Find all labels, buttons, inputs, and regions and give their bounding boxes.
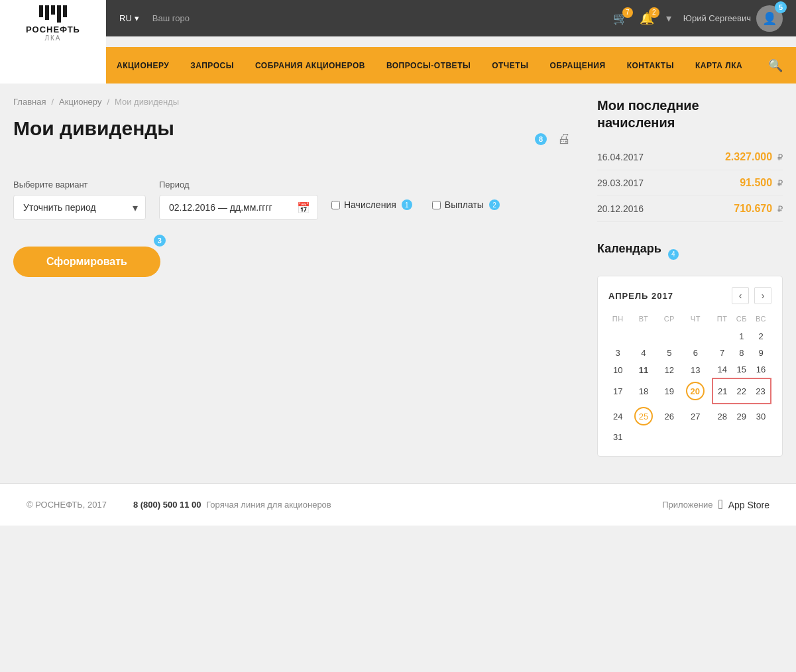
footer-app: Приложение  App Store xyxy=(662,497,769,512)
calendar-prev-button[interactable]: ‹ xyxy=(732,287,749,304)
calendar-day[interactable] xyxy=(660,429,679,445)
nav-obrashcheniya[interactable]: ОБРАЩЕНИЯ xyxy=(539,47,616,84)
weekday-vs: ВС xyxy=(751,312,771,328)
breadcrumb-parent[interactable]: Акционеру xyxy=(59,97,101,107)
calendar-day[interactable]: 17 xyxy=(608,378,627,404)
submit-button[interactable]: Сформировать xyxy=(13,247,160,277)
accrual-currency-2: ₽ xyxy=(777,204,783,214)
calendar-day[interactable] xyxy=(608,328,627,345)
breadcrumb-home[interactable]: Главная xyxy=(13,97,46,107)
variant-select[interactable]: Уточнить период xyxy=(13,195,146,220)
payments-checkbox[interactable] xyxy=(432,201,441,209)
accrual-currency-0: ₽ xyxy=(777,152,783,162)
calendar-icon[interactable]: 📅 xyxy=(297,201,310,214)
calendar-day[interactable]: 3 xyxy=(608,345,627,361)
accrual-amount-1: 91.500 xyxy=(740,177,772,188)
calendar-day[interactable]: 5 xyxy=(660,345,679,361)
calendar-day[interactable]: 13 xyxy=(679,361,712,378)
calendar-day[interactable]: 8 xyxy=(732,345,751,361)
accruals-checkbox-label[interactable]: Начисления 1 xyxy=(331,199,412,210)
calendar-day[interactable]: 29 xyxy=(732,404,751,429)
notification-badge: 2 xyxy=(649,7,659,18)
calendar-day[interactable]: 6 xyxy=(679,345,712,361)
calendar-day[interactable] xyxy=(732,429,751,445)
logo: РОСНЕФТЬ ЛКА xyxy=(0,0,106,47)
calendar-day[interactable]: 14 xyxy=(712,361,732,378)
calendar-next-button[interactable]: › xyxy=(754,287,771,304)
nav-aktsioneru[interactable]: АКЦИОНЕРУ xyxy=(106,47,180,84)
calendar-day[interactable] xyxy=(712,429,732,445)
calendar-day[interactable]: 1 xyxy=(732,328,751,345)
app-store-label[interactable]: App Store xyxy=(728,500,769,510)
calendar-day[interactable]: 21 xyxy=(712,378,732,404)
user-badge-5: 5 xyxy=(775,1,787,13)
calendar-day[interactable]: 10 xyxy=(608,361,627,378)
calendar-day[interactable]: 25 xyxy=(627,404,659,429)
nav-voprosy[interactable]: ВОПРОСЫ-ОТВЕТЫ xyxy=(376,47,481,84)
calendar-widget: АПРЕЛЬ 2017 ‹ › ПН ВТ СР ЧТ ПТ СБ ВС xyxy=(597,276,783,457)
calendar-day[interactable] xyxy=(751,429,771,445)
calendar-day[interactable]: 22 xyxy=(732,378,751,404)
period-from-input[interactable] xyxy=(159,195,318,220)
language-selector[interactable]: RU ▾ xyxy=(119,13,139,23)
payments-checkbox-label[interactable]: Выплаты 2 xyxy=(432,199,500,210)
calendar-day[interactable]: 18 xyxy=(627,378,659,404)
breadcrumb: Главная / Акционеру / Мои дивиденды xyxy=(13,97,571,107)
calendar-day[interactable]: 27 xyxy=(679,404,712,429)
breadcrumb-sep1: / xyxy=(51,97,54,107)
nav-zaprosy[interactable]: ЗАПРОСЫ xyxy=(180,47,245,84)
accrual-amount-2: 710.670 xyxy=(734,203,772,214)
lang-dropdown-icon: ▾ xyxy=(135,13,139,23)
nav-otchety[interactable]: ОТЧЕТЫ xyxy=(481,47,539,84)
accruals-checkbox[interactable] xyxy=(331,201,340,209)
calendar-day[interactable]: 4 xyxy=(627,345,659,361)
calendar-day[interactable] xyxy=(679,328,712,345)
calendar-day[interactable]: 24 xyxy=(608,404,627,429)
calendar-day[interactable]: 23 xyxy=(751,378,771,404)
calendar-grid: ПН ВТ СР ЧТ ПТ СБ ВС 1234567891011121314… xyxy=(608,312,771,445)
badge-8: 8 xyxy=(535,133,547,145)
lang-label: RU xyxy=(119,13,132,23)
calendar-day[interactable]: 26 xyxy=(660,404,679,429)
calendar-day[interactable]: 15 xyxy=(732,361,751,378)
nav-karta[interactable]: КАРТА ЛКА xyxy=(685,47,753,84)
calendar-month-year: АПРЕЛЬ 2017 xyxy=(608,291,673,301)
calendar-day[interactable]: 31 xyxy=(608,429,627,445)
weekday-sb: СБ xyxy=(732,312,751,328)
calendar-day[interactable]: 2 xyxy=(751,328,771,345)
calendar-day[interactable] xyxy=(627,328,659,345)
weekday-vt: ВТ xyxy=(627,312,659,328)
calendar-day[interactable]: 12 xyxy=(660,361,679,378)
city-selector[interactable]: Ваш горо xyxy=(152,13,613,23)
print-icon[interactable]: 🖨 xyxy=(557,131,571,146)
footer-copy: © РОСНЕФТЬ, 2017 xyxy=(27,500,107,510)
calendar-day[interactable]: 30 xyxy=(751,404,771,429)
calendar-day[interactable]: 7 xyxy=(712,345,732,361)
cart-badge: 7 xyxy=(622,7,633,18)
calendar-day[interactable] xyxy=(712,328,732,345)
weekday-pn: ПН xyxy=(608,312,627,328)
breadcrumb-sep2: / xyxy=(107,97,109,107)
accrual-item: 29.03.2017 91.500 ₽ xyxy=(597,170,783,196)
calendar-day[interactable]: 16 xyxy=(751,361,771,378)
calendar-day[interactable]: 9 xyxy=(751,345,771,361)
nav-sobraniya[interactable]: СОБРАНИЯ АКЦИОНЕРОВ xyxy=(245,47,376,84)
cart-button[interactable]: 🛒 7 xyxy=(613,11,628,26)
weekday-cht: ЧТ xyxy=(679,312,712,328)
calendar-day[interactable]: 11 xyxy=(627,361,659,378)
calendar-day[interactable]: 20 xyxy=(679,378,712,404)
calendar-day[interactable] xyxy=(660,328,679,345)
apple-icon:  xyxy=(718,497,722,512)
notification-button[interactable]: 🔔 2 xyxy=(640,11,654,26)
calendar-day[interactable] xyxy=(679,429,712,445)
accruals-list: 16.04.2017 2.327.000 ₽ 29.03.2017 91.500… xyxy=(597,144,783,222)
footer-hotline: Горячая линия для акционеров xyxy=(206,500,331,510)
user-menu[interactable]: Юрий Сергеевич 👤 5 xyxy=(683,5,783,32)
calendar-day[interactable]: 19 xyxy=(660,378,679,404)
calendar-day[interactable]: 28 xyxy=(712,404,732,429)
calendar-day[interactable] xyxy=(627,429,659,445)
accrual-date-1: 29.03.2017 xyxy=(597,178,644,188)
nav-kontakty[interactable]: КОНТАКТЫ xyxy=(616,47,685,84)
search-icon[interactable]: 🔍 xyxy=(755,47,796,84)
variant-label: Выберите вариант xyxy=(13,180,146,190)
